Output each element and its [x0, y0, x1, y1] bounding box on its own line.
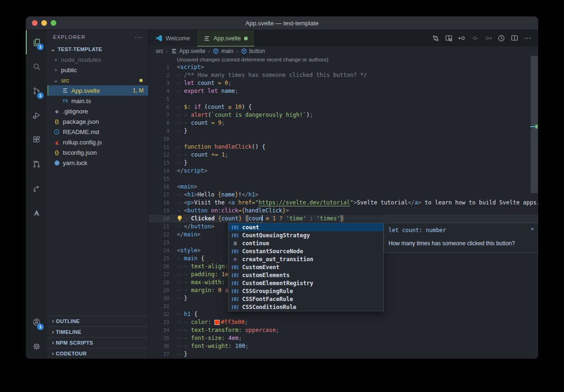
suggest-item-ConstantSourceNode[interactable]: [@]ConstantSourceNode	[229, 247, 383, 255]
sidebar-section-npm-scripts[interactable]: ›NPM SCRIPTS	[47, 337, 148, 348]
file-row-package.json[interactable]: {}package.json	[47, 116, 148, 127]
line-number: 9	[149, 127, 169, 135]
code-token	[221, 80, 225, 86]
code-token: #ff3e00	[221, 319, 245, 325]
code-line-18[interactable]: 18→<p>Visit the <a href="https://svelte.…	[149, 199, 538, 207]
breadcrumb-label: main	[221, 48, 233, 54]
breadcrumb-item-src[interactable]: src	[156, 48, 163, 54]
breadcrumb-item-button[interactable]: button	[241, 48, 265, 54]
code-line-15[interactable]: 15	[149, 175, 538, 183]
suggest-item-customElements[interactable]: [@]customElements	[229, 271, 383, 279]
activity-item-explorer[interactable]: 1	[26, 30, 47, 54]
file-row-public[interactable]: ›public	[47, 65, 148, 75]
code-line-16[interactable]: 16<main>	[149, 183, 538, 191]
code-line-19[interactable]: 19→<button on:click={handleClick}>	[149, 207, 538, 215]
previous-change-icon[interactable]	[458, 34, 466, 42]
code-line-9[interactable]: 9→}	[149, 127, 538, 135]
code-line-33[interactable]: 33→→color: #ff3e00;	[149, 318, 538, 326]
file-row-node_modules[interactable]: ›node_modules	[47, 54, 148, 65]
code-line-1[interactable]: 1<script>	[149, 63, 538, 71]
code-line-36[interactable]: 36→→font-weight: 100;	[149, 342, 538, 350]
activity-item-extensions[interactable]	[26, 128, 47, 152]
code-token	[204, 88, 207, 94]
sidebar-section-outline[interactable]: ›OUTLINE	[47, 316, 148, 326]
code-line-37[interactable]: 37→}	[149, 350, 538, 358]
code-line-12[interactable]: 12→→count += 1;	[149, 151, 538, 159]
sidebar-section-timeline[interactable]: ›TIMELINE	[47, 326, 148, 337]
code-token: 100	[235, 343, 245, 349]
color-swatch[interactable]	[215, 320, 219, 324]
close-window-button[interactable]	[32, 20, 38, 26]
activity-item-run-debug[interactable]	[26, 103, 47, 128]
activity-item-github-pr[interactable]	[26, 152, 47, 176]
suggest-item-CSSGroupingRule[interactable]: [@]CSSGroupingRule	[229, 287, 383, 295]
line-number: 19	[149, 207, 169, 215]
more-actions-icon[interactable]	[524, 34, 532, 42]
code-line-11[interactable]: 11→function handleClick() {	[149, 143, 538, 151]
info-icon	[53, 128, 60, 135]
compare-changes-icon[interactable]	[432, 34, 440, 42]
code-line-35[interactable]: 35→→font-size: 4em;	[149, 334, 538, 342]
breadcrumb-item-main[interactable]: main	[213, 48, 233, 54]
code-line-3[interactable]: 3→let count = 0;	[149, 79, 538, 87]
file-row-yarn.lock[interactable]: yarn.lock	[47, 158, 148, 168]
sidebar-section-codetour[interactable]: ›CODETOUR	[47, 348, 148, 359]
workspace-root-row[interactable]: ⌄ TEST-TEMPLATE	[47, 44, 148, 54]
breadcrumb-item-app-svelte[interactable]: App.svelte	[171, 48, 206, 54]
current-change-icon[interactable]	[471, 34, 479, 42]
activity-item-live-share[interactable]	[26, 176, 47, 201]
activity-item-accounts[interactable]: 1	[26, 310, 47, 334]
file-row-.gitignore[interactable]: ◆.gitignore	[47, 106, 148, 116]
tab-app-svelte[interactable]: App.svelte	[197, 30, 255, 46]
code-area[interactable]: Unsaved changes (cannot determine recent…	[149, 56, 538, 359]
timeline-icon[interactable]	[497, 34, 505, 42]
code-line-5[interactable]: 5	[149, 95, 538, 103]
code-line-13[interactable]: 13→}	[149, 159, 538, 167]
code-line-7[interactable]: 7→→alert(`count is dangerously high!`);	[149, 111, 538, 119]
file-row-App.svelte[interactable]: App.svelte1, M	[47, 85, 148, 96]
suggest-item-CustomEvent[interactable]: [@]CustomEvent	[229, 263, 383, 271]
suggest-item-CountQueuingStrategy[interactable]: [@]CountQueuingStrategy	[229, 231, 383, 239]
tab-whitespace: →	[177, 111, 184, 119]
file-row-tsconfig.json[interactable]: {}tsconfig.json	[47, 147, 148, 158]
open-preview-icon[interactable]	[445, 34, 453, 42]
code-token: a	[414, 199, 418, 206]
suggest-item-create_out_transition[interactable]: ◇create_out_transition	[229, 255, 383, 263]
code-line-10[interactable]: 10	[149, 135, 538, 143]
code-line-4[interactable]: 4→export let name;	[149, 87, 538, 95]
code-line-8[interactable]: 8→→count = 9;	[149, 119, 538, 127]
code-line-17[interactable]: 17→<h1>Hello {name}!</h1>	[149, 191, 538, 199]
suggest-item-continue[interactable]: ≡continue	[229, 239, 383, 247]
suggest-item-CSSFontFaceRule[interactable]: [@]CSSFontFaceRule	[229, 295, 383, 303]
lightbulb-icon[interactable]	[177, 215, 184, 221]
activity-item-settings[interactable]	[26, 334, 47, 359]
code-token: (	[201, 104, 207, 110]
code-line-2[interactable]: 2→/** How many times has someone clicked…	[149, 71, 538, 79]
code-line-14[interactable]: 14</script>	[149, 167, 538, 175]
code-line-34[interactable]: 34→→text-transform: uppercase;	[149, 326, 538, 334]
file-row-main.ts[interactable]: TSmain.ts	[47, 96, 148, 106]
tab-welcome[interactable]: Welcome	[149, 30, 197, 46]
titlebar[interactable]: App.svelte — test-template	[26, 16, 538, 30]
split-editor-icon[interactable]	[511, 34, 518, 42]
suggest-item-count[interactable]: [@]count	[229, 223, 383, 231]
file-row-rollup.config.js[interactable]: rollup.config.js	[47, 137, 148, 147]
code-line-32[interactable]: 32→h1 {	[149, 310, 538, 318]
more-actions-icon[interactable]: ···	[135, 33, 143, 41]
next-change-icon[interactable]	[484, 34, 492, 42]
activity-item-azure[interactable]	[26, 201, 47, 225]
file-row-README.md[interactable]: README.md	[47, 127, 148, 137]
minimize-window-button[interactable]	[41, 20, 47, 26]
code-line-20[interactable]: 20→Clicked {count} {coun ≡ 1 ? 'time' : …	[149, 215, 538, 223]
suggest-item-CSSConditionRule[interactable]: [@]CSSConditionRule	[229, 303, 383, 311]
suggest-item-CustomElementRegistry[interactable]: [@]CustomElementRegistry	[229, 279, 383, 287]
editor-scrollbar[interactable]	[530, 56, 538, 359]
close-icon[interactable]: ✕	[531, 226, 534, 232]
activity-item-search[interactable]	[26, 54, 47, 79]
suggest-item-label: CSSConditionRule	[242, 304, 297, 310]
file-row-src[interactable]: ⌄src	[47, 75, 148, 85]
code-token: "	[255, 199, 259, 206]
zoom-window-button[interactable]	[51, 20, 56, 26]
code-line-6[interactable]: 6→$: if (count ≥ 10) {	[149, 103, 538, 111]
activity-item-source-control[interactable]: 1	[26, 79, 47, 103]
